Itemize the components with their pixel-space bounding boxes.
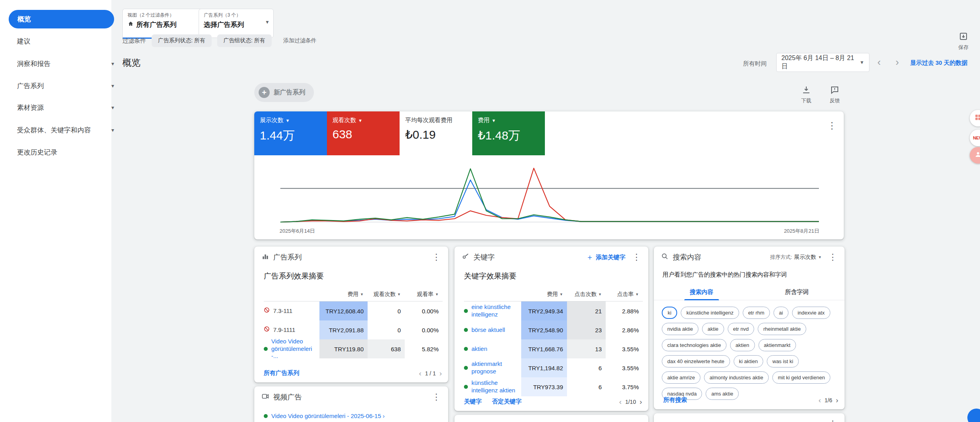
- side-panel-profile-button[interactable]: [970, 147, 980, 164]
- search-terms-card: 搜索内容 排序方式: 展示次数 ▼ ⋮ 用户看到您广告的搜索中的热门搜索内容和字…: [654, 247, 845, 409]
- campaign-name[interactable]: 7.3-111: [273, 307, 293, 315]
- metric-views[interactable]: 观看次数 ▼ 638: [327, 111, 400, 155]
- overflow-menu-icon[interactable]: ⋮: [826, 419, 839, 422]
- search-term-chip[interactable]: indexvie atx: [792, 307, 830, 319]
- overflow-menu-icon[interactable]: ⋮: [630, 252, 643, 262]
- column-header-views[interactable]: 观看次数▼: [368, 291, 405, 298]
- tab-included-words[interactable]: 所含字词: [749, 284, 845, 300]
- search-term-chip[interactable]: aktie amrize: [662, 371, 700, 384]
- add-filter-button[interactable]: 添加过滤条件: [277, 34, 323, 47]
- search-term-chip[interactable]: aktie: [702, 323, 724, 335]
- table-row: künstliche intelligenz aktien TRY973.39 …: [464, 377, 643, 396]
- new-campaign-label: 新广告系列: [274, 89, 305, 97]
- keyword-link[interactable]: eine künstliche intelligenz: [471, 303, 519, 318]
- search-term-chip[interactable]: dax 40 einzelwerte heute: [662, 355, 730, 367]
- search-term-chip[interactable]: was ist ki: [767, 355, 799, 367]
- sidebar-item-change-history[interactable]: 更改历史记录: [0, 143, 128, 161]
- feedback-button[interactable]: 反馈: [822, 85, 847, 104]
- metric-cost[interactable]: 费用 ▼ ₺1.48万: [472, 111, 545, 155]
- search-term-chip[interactable]: mit ki geld verdienen: [772, 371, 830, 384]
- keyword-link[interactable]: aktienmarkt prognose: [471, 360, 519, 375]
- sidebar-item-assets[interactable]: 素材资源 ▾: [0, 99, 128, 116]
- video-ad-link[interactable]: Video Video görüntülemeleri - 2025-06-15…: [271, 413, 385, 419]
- search-term-chip[interactable]: almonty industries aktie: [704, 371, 769, 384]
- all-campaigns-link[interactable]: 所有广告系列: [264, 369, 299, 377]
- column-header-ctr[interactable]: 点击率▼: [606, 291, 643, 298]
- sidebar-item-overview[interactable]: 概览: [9, 10, 114, 28]
- search-term-chip[interactable]: aktienmarkt: [758, 339, 796, 351]
- page-next-icon[interactable]: ›: [439, 369, 442, 377]
- ctr-cell: 2.88%: [606, 301, 643, 320]
- overflow-menu-icon[interactable]: ⋮: [826, 252, 839, 262]
- sort-by-dropdown[interactable]: 排序方式: 展示次数 ▼: [770, 254, 822, 261]
- filter-chip-campaign-status[interactable]: 广告系列状态: 所有: [152, 34, 212, 47]
- keyword-link[interactable]: aktien: [471, 345, 487, 353]
- new-campaign-button[interactable]: + 新广告系列: [254, 83, 314, 102]
- all-searches-link[interactable]: 所有搜索: [663, 396, 687, 404]
- search-term-chip[interactable]: nvidia aktie: [662, 323, 698, 335]
- negative-keywords-link[interactable]: 否定关键字: [492, 398, 522, 405]
- search-term-chips: ki künstliche intelligenz etr rhm ai ind…: [654, 300, 845, 400]
- overflow-menu-icon[interactable]: ⋮: [827, 120, 837, 131]
- search-term-chip[interactable]: etr rhm: [743, 307, 770, 319]
- overflow-menu-icon[interactable]: ⋮: [430, 252, 443, 262]
- sidebar-item-audiences-keywords-content[interactable]: 受众群体、关键字和内容 ▾: [0, 121, 128, 139]
- corner-assistant-button[interactable]: [967, 409, 980, 422]
- search-term-chip[interactable]: künstliche intelligenz: [681, 307, 739, 319]
- page-prev-icon[interactable]: ‹: [419, 369, 421, 377]
- page-next-icon[interactable]: ›: [640, 398, 642, 405]
- column-header-cost[interactable]: 费用▼: [521, 291, 567, 298]
- enabled-status-icon: [264, 414, 268, 418]
- page-prev-icon[interactable]: ‹: [819, 396, 821, 404]
- view-rate-cell: 0.00%: [405, 301, 443, 320]
- page-prev-icon[interactable]: ‹: [619, 398, 621, 405]
- date-next-button[interactable]: ›: [896, 56, 899, 68]
- sidebar-item-campaigns[interactable]: 广告系列 ▾: [0, 77, 128, 94]
- keyword-link[interactable]: künstliche intelligenz aktien: [471, 379, 519, 394]
- page-next-icon[interactable]: ›: [836, 396, 838, 404]
- keywords-card: 关键字 ＋ 添加关键字 ⋮ 关键字效果摘要 费用▼ 点击次数▼ 点击率▼ ein…: [454, 247, 648, 411]
- metric-impressions[interactable]: 展示次数 ▼ 1.44万: [254, 111, 327, 155]
- side-panel-apps-button[interactable]: [970, 110, 980, 126]
- search-term-chip[interactable]: ai: [773, 307, 789, 319]
- chevron-down-icon: ▼: [818, 255, 822, 259]
- sort-caret-icon: ▼: [397, 292, 401, 296]
- campaign-filter-label: 广告系列（3 个）: [204, 12, 261, 19]
- sidebar-item-recommendations[interactable]: 建议: [0, 32, 128, 50]
- sidebar-item-insights-reports[interactable]: 洞察和报告 ▾: [0, 55, 128, 72]
- cost-cell: TRY1,194.82: [521, 358, 567, 377]
- new-feature-button[interactable]: NEW: [970, 130, 980, 146]
- column-header-clicks[interactable]: 点击次数▼: [567, 291, 606, 298]
- search-term-chip[interactable]: ki aktien: [734, 355, 764, 367]
- cost-cell: TRY119.80: [319, 339, 368, 358]
- search-term-chip[interactable]: rheinmetall aktie: [758, 323, 806, 335]
- show-last-30-days-link[interactable]: 显示过去 30 天的数据: [910, 59, 967, 67]
- table-row: börse aktuell TRY2,548.90 23 2.86%: [464, 320, 643, 339]
- overflow-menu-icon[interactable]: ⋮: [430, 392, 443, 402]
- overflow-menu-icon[interactable]: ⋮: [630, 420, 643, 422]
- column-header-cost[interactable]: 费用▼: [319, 291, 368, 298]
- view-filter-value: 所有广告系列: [136, 20, 176, 29]
- date-range-picker[interactable]: 2025年 6月 14日 – 8月 21日 ▼: [776, 53, 869, 72]
- download-button[interactable]: 下载: [794, 85, 819, 104]
- campaigns-card: 广告系列 ⋮ 广告系列效果摘要 费用▼ 观看次数▼ 观看率▼ 7.3-111 T…: [254, 247, 448, 382]
- add-keywords-button[interactable]: ＋ 添加关键字: [586, 252, 625, 262]
- save-button[interactable]: 保存: [952, 32, 975, 51]
- date-prev-button[interactable]: ‹: [877, 56, 881, 68]
- filter-chip-adgroup-status[interactable]: 广告组状态: 所有: [217, 34, 272, 47]
- keyword-link[interactable]: börse aktuell: [471, 326, 505, 334]
- search-tabs: 搜索内容 所含字词: [654, 284, 845, 300]
- search-term-chip[interactable]: etr nvd: [728, 323, 755, 335]
- campaign-name[interactable]: 7.9-1111: [273, 326, 295, 334]
- tab-search-terms[interactable]: 搜索内容: [654, 284, 749, 300]
- sort-caret-icon: ▼: [635, 292, 639, 296]
- column-header-view-rate[interactable]: 观看率▼: [405, 291, 443, 298]
- cost-cell: TRY973.39: [521, 377, 567, 396]
- search-term-chip[interactable]: ki: [662, 307, 677, 319]
- campaign-filter-dropdown[interactable]: 广告系列（3 个） 选择广告系列 ▼: [199, 9, 274, 38]
- metric-avg-cpv[interactable]: 平均每次观看费用 ₺0.19: [400, 111, 472, 155]
- campaign-name-link[interactable]: Video Video görüntülemeleri -...: [271, 338, 317, 360]
- search-term-chip[interactable]: clara technologies aktie: [662, 339, 727, 351]
- search-term-chip[interactable]: aktien: [730, 339, 755, 351]
- keywords-link[interactable]: 关键字: [464, 398, 482, 405]
